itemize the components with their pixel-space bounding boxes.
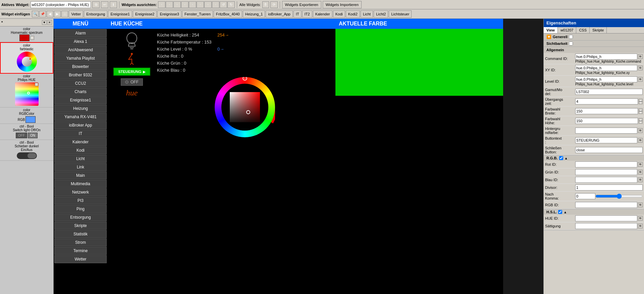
nav-tab-iobroker[interactable]: ioBroker_App [266, 10, 293, 18]
nav-tab-licht[interactable]: Licht [361, 10, 373, 18]
lock-count-badge[interactable]: 8 [262, 1, 269, 8]
menu-item-main[interactable]: Main [54, 171, 107, 179]
down-arrow[interactable]: ▼ [639, 101, 643, 104]
import-button[interactable]: Widgets Importieren [323, 1, 362, 8]
tab-w01207[interactable]: w01207 [558, 27, 577, 33]
gruen-id-input[interactable] [575, 169, 637, 175]
menu-item-iobroker[interactable]: ioBroker App [54, 121, 107, 129]
nav-tab-ereignisse2[interactable]: Ereignisse2 [133, 10, 157, 18]
xy-id-input[interactable] [575, 65, 637, 71]
philips-copy-icon[interactable]: ⊡ [35, 83, 38, 86]
menu-item-entsorgung[interactable]: Entsorgung [54, 213, 107, 221]
nav-tab-heizung[interactable]: Heizung_1 [243, 10, 265, 18]
xy-copy-btn[interactable]: ⧉ [638, 66, 643, 70]
bool-on-label[interactable]: ON [28, 133, 38, 138]
blau-id-input[interactable] [575, 177, 637, 183]
nav-tab-lichtsteuer[interactable]: Lichtsteuer [389, 10, 412, 18]
bool-off-label[interactable]: OFF [16, 133, 27, 138]
saettigung-input[interactable] [575, 223, 637, 229]
export-button[interactable]: Widgets Exportieren [282, 1, 321, 8]
pin-icon-btn[interactable]: 📌 [39, 11, 46, 17]
align-bottom-icon[interactable]: ⬝ [197, 1, 204, 8]
menu-item-statistik[interactable]: Statistik [54, 230, 107, 238]
align-right-icon[interactable]: ⬝ [173, 1, 181, 8]
menu-item-link[interactable]: Link [54, 163, 107, 171]
rotate-icon[interactable]: ↺ [220, 1, 227, 8]
nach-komma-slider[interactable] [595, 194, 643, 199]
gruen-copy-btn[interactable]: ⧉ [638, 170, 643, 174]
sidebar-item-rgb[interactable]: colorRGBColor RGB [0, 107, 53, 124]
nav-tab-ereignisse1[interactable]: Ereignisse1 [108, 10, 132, 18]
align-center-h-icon[interactable]: ⬝ [166, 1, 173, 8]
menu-item-skripte[interactable]: Skripte [54, 222, 107, 230]
menu-item-pi3[interactable]: PI3 [54, 197, 107, 205]
nav-tab-kalender[interactable]: Kalender [313, 10, 332, 18]
widget-name-input[interactable] [31, 1, 91, 8]
align-top-icon[interactable]: ⬝ [181, 1, 189, 8]
distribute-h-icon[interactable]: ⬝ [204, 1, 212, 8]
menu-item-brother9332[interactable]: Brother 9332 [54, 71, 107, 79]
breite-input[interactable] [575, 108, 638, 114]
breite-up[interactable]: ▲ [639, 108, 643, 111]
homematic-dropdown-icon[interactable]: ▼ [30, 36, 34, 40]
hsl-collapse-icon[interactable]: ▲ [564, 210, 567, 214]
menu-item-ccu2[interactable]: CCU2 [54, 79, 107, 87]
nav-tab-ereignisse3[interactable]: Ereignisse3 [157, 10, 181, 18]
hoehe-up[interactable]: ▲ [639, 118, 643, 121]
command-copy-btn[interactable]: ⧉ [638, 54, 643, 59]
tab-view[interactable]: View [544, 27, 558, 33]
menu-item-anabwesend[interactable]: An/Abwesend [54, 46, 107, 54]
copy-icon-btn[interactable]: ⧉ [92, 1, 100, 8]
sidebar-dropdown-icon[interactable]: ▼ [42, 20, 47, 25]
dark-slider[interactable] [17, 152, 37, 159]
off-button[interactable]: OFF [121, 78, 143, 86]
sidebar-item-switch[interactable]: ctrl - BoolSwitch light Off/On OFF ON [0, 124, 53, 140]
menu-item-heizung[interactable]: Heizung [54, 104, 107, 113]
menu-item-multimedia[interactable]: Multimedia [54, 180, 107, 188]
menu-item-it[interactable]: IT [54, 130, 107, 138]
tab-skripte[interactable]: Skripte [590, 27, 607, 33]
menu-item-kodi[interactable]: Kodi [54, 146, 107, 154]
blau-copy-btn[interactable]: ⧉ [638, 177, 643, 182]
nav-tab-it2[interactable]: IT2 [302, 10, 312, 18]
rgb-id-copy-btn[interactable]: ⧉ [638, 203, 643, 207]
level-copy-btn[interactable]: ⧉ [638, 77, 643, 82]
menu-item-wetter[interactable]: Wetter [54, 255, 107, 263]
nav-forward-btn[interactable]: ▶ [54, 11, 61, 17]
menu-item-termine[interactable]: Termine [54, 247, 107, 255]
nav-back-btn[interactable]: ◀ [47, 11, 53, 17]
menu-item-charts[interactable]: Charts [54, 88, 107, 96]
up-arrow[interactable]: ▲ [639, 99, 643, 101]
menu-item-licht[interactable]: Licht [54, 155, 107, 163]
level-id-input[interactable] [575, 76, 637, 82]
sidebar-close-icon[interactable]: ✕ [47, 20, 52, 25]
hintergrund-input[interactable] [575, 128, 637, 134]
rot-copy-btn[interactable]: ⧉ [638, 162, 643, 167]
nav-home-btn[interactable]: ⌂ [61, 11, 68, 17]
nav-tab-licht2[interactable]: Licht2 [374, 10, 388, 18]
nav-tab-fenster[interactable]: Fenster_Tueren [182, 10, 213, 18]
hue-id-input[interactable] [575, 215, 637, 221]
sidebar-item-homematic[interactable]: colorHomematic spectrum ▼ [0, 26, 53, 42]
hoehe-down[interactable]: ▼ [639, 121, 643, 124]
flip-icon[interactable]: ↻ [227, 1, 235, 8]
steuerung-button[interactable]: STEUERUNG ▶ [113, 68, 150, 76]
buttontext-input[interactable] [575, 137, 637, 143]
rgb-collapse-icon[interactable]: ▲ [565, 156, 568, 160]
divisor-input[interactable] [575, 185, 643, 191]
tab-css[interactable]: CSS [576, 27, 590, 33]
sidebar-item-philips[interactable]: colorPhilips HUE ⊡ [0, 74, 53, 107]
nav-tab-entsorgung[interactable]: Entsorgung [84, 10, 107, 18]
color-wheel-container[interactable] [215, 77, 275, 137]
menu-item-ereignisse1[interactable]: Ereignisse1 [54, 96, 107, 104]
schliessen-input[interactable] [575, 147, 643, 153]
gamut-input[interactable] [575, 89, 643, 95]
align-left-icon[interactable]: ⬝ [158, 1, 165, 8]
menu-item-biowetter[interactable]: Biowetter [54, 63, 107, 71]
nav-tab-kodi2[interactable]: Kodi2 [346, 10, 360, 18]
search-icon-btn[interactable]: 🔍 [32, 11, 39, 17]
nach-komma-input[interactable] [575, 193, 595, 199]
rgb-checkbox[interactable] [559, 156, 563, 160]
buttontext-copy-btn[interactable]: ⧉ [638, 138, 643, 143]
rgb-id-input[interactable] [575, 202, 637, 208]
